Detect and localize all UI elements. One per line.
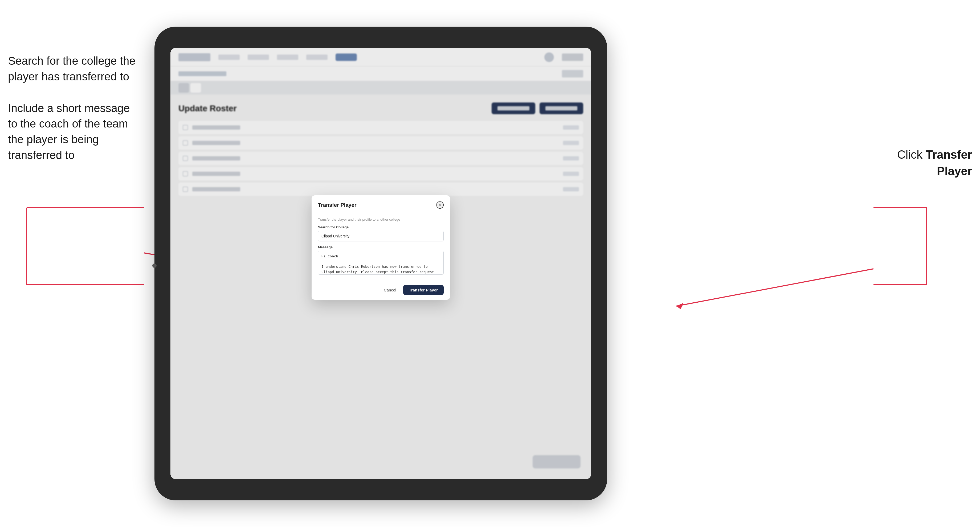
- svg-line-5: [676, 269, 873, 306]
- annotation-search-text: Search for the college the player has tr…: [8, 53, 141, 85]
- search-college-label: Search for College: [318, 225, 444, 229]
- modal-body: Transfer the player and their profile to…: [312, 213, 450, 281]
- message-label: Message: [318, 245, 444, 249]
- svg-marker-6: [676, 303, 683, 309]
- cancel-button[interactable]: Cancel: [380, 286, 400, 294]
- modal-close-button[interactable]: ×: [436, 201, 444, 209]
- transfer-player-modal: Transfer Player × Transfer the player an…: [312, 195, 450, 300]
- modal-header: Transfer Player ×: [312, 195, 450, 213]
- app-background: Update Roster: [170, 48, 591, 479]
- modal-footer: Cancel Transfer Player: [312, 281, 450, 300]
- annotation-message-text: Include a short message to the coach of …: [8, 101, 141, 163]
- modal-title: Transfer Player: [318, 202, 356, 208]
- annotation-left: Search for the college the player has tr…: [8, 53, 141, 179]
- annotation-transfer-text: Click Transfer Player: [860, 146, 972, 179]
- search-college-input[interactable]: [318, 231, 444, 241]
- modal-overlay: Transfer Player × Transfer the player an…: [170, 48, 591, 479]
- message-textarea[interactable]: [318, 251, 444, 275]
- ipad-camera: [152, 264, 157, 268]
- annotation-right: Click Transfer Player: [860, 146, 972, 195]
- transfer-player-button[interactable]: Transfer Player: [403, 285, 444, 295]
- ipad-screen: Update Roster: [170, 48, 591, 479]
- ipad-device: Update Roster: [154, 27, 607, 500]
- modal-subtitle: Transfer the player and their profile to…: [318, 217, 444, 221]
